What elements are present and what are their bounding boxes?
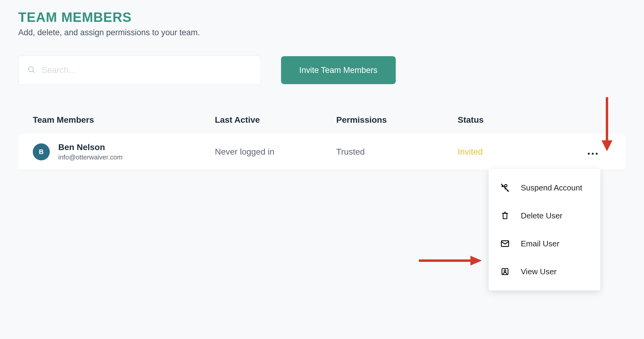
column-header-permissions: Permissions xyxy=(336,115,458,125)
row-actions-button[interactable] xyxy=(585,144,600,159)
cell-last-active: Never logged in xyxy=(215,147,336,157)
avatar: B xyxy=(33,143,50,160)
cell-status: Invited xyxy=(458,147,579,157)
member-email: info@otterwaiver.com xyxy=(58,153,123,161)
table-header-row: Team Members Last Active Permissions Sta… xyxy=(18,115,626,134)
menu-item-delete-user[interactable]: Delete User xyxy=(489,202,600,230)
column-header-last-active: Last Active xyxy=(215,115,336,125)
column-header-status: Status xyxy=(458,115,579,125)
menu-item-label: Suspend Account xyxy=(521,183,582,193)
invite-team-members-button[interactable]: Invite Team Members xyxy=(281,56,396,84)
user-card-icon xyxy=(500,266,510,277)
svg-marker-18 xyxy=(470,256,482,265)
menu-item-view-user[interactable]: View User xyxy=(489,258,600,286)
menu-item-label: Email User xyxy=(521,239,559,248)
person-off-icon xyxy=(500,182,510,193)
row-actions-menu: Suspend Account Delete User Email User xyxy=(489,169,600,290)
more-horizontal-icon xyxy=(588,147,598,157)
search-field-wrap[interactable] xyxy=(18,56,261,85)
svg-rect-10 xyxy=(503,214,507,219)
svg-line-1 xyxy=(33,71,34,73)
menu-item-suspend-account[interactable]: Suspend Account xyxy=(489,174,600,202)
svg-point-5 xyxy=(505,184,507,187)
table-row: B Ben Nelson info@otterwaiver.com Never … xyxy=(18,134,626,170)
page-title: TEAM MEMBERS xyxy=(18,10,626,25)
member-name: Ben Nelson xyxy=(58,142,123,152)
svg-point-14 xyxy=(504,270,506,272)
trash-icon xyxy=(500,210,510,221)
column-header-members: Team Members xyxy=(33,115,215,125)
search-input[interactable] xyxy=(42,65,252,75)
svg-point-4 xyxy=(596,153,598,155)
search-icon xyxy=(27,65,36,75)
mail-icon xyxy=(500,238,510,249)
annotation-arrow-right-icon xyxy=(419,255,483,267)
svg-point-2 xyxy=(588,153,590,155)
menu-item-email-user[interactable]: Email User xyxy=(489,230,600,258)
menu-item-label: Delete User xyxy=(521,211,562,221)
svg-point-3 xyxy=(592,153,594,155)
cell-permissions: Trusted xyxy=(336,147,458,157)
team-members-table: Team Members Last Active Permissions Sta… xyxy=(18,115,626,170)
page-subtitle: Add, delete, and assign permissions to y… xyxy=(18,28,626,37)
menu-item-label: View User xyxy=(521,267,557,276)
